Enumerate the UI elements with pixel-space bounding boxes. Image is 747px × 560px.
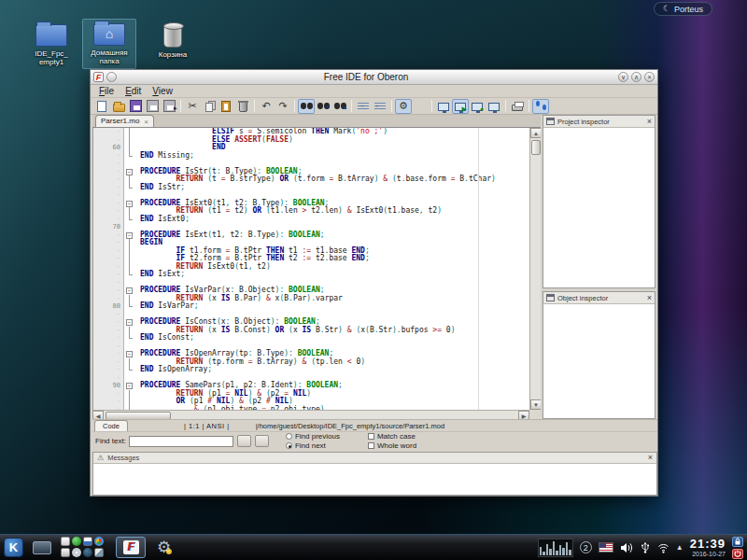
project-inspector-close-icon[interactable]: × — [647, 118, 652, 126]
tab-parser1[interactable]: Parser1.mo × — [95, 115, 154, 127]
indent-button[interactable] — [355, 99, 372, 114]
project-inspector-body[interactable] — [543, 128, 655, 287]
clock-date: 2016-10-27 — [690, 551, 726, 557]
scroll-up-icon[interactable]: ▲ — [530, 128, 541, 138]
undo-button[interactable]: ↶ — [258, 99, 275, 114]
usb-device-icon[interactable] — [640, 541, 651, 553]
find-action-button-2[interactable] — [255, 435, 269, 447]
maximize-button[interactable]: ∧ — [631, 72, 641, 82]
fold-toggle-icon[interactable]: − — [124, 200, 134, 208]
find-previous-radio[interactable] — [286, 433, 292, 440]
tray-expander-icon[interactable]: ▲ — [676, 543, 684, 552]
unindent-button[interactable] — [372, 99, 388, 114]
code-line-80[interactable]: 80END IsVarPar; — [93, 302, 541, 311]
window-menu-button[interactable] — [106, 72, 117, 82]
show-desktop-button[interactable] — [33, 541, 51, 554]
image-launcher-icon[interactable] — [94, 548, 104, 557]
desktop-icon-home-folder[interactable]: ⌂Домашняяпапка — [82, 19, 136, 69]
project-inspector-title: Project inspector — [557, 118, 644, 126]
code-line-76[interactable]: ·END IsExt; — [93, 271, 541, 279]
print-button[interactable] — [509, 99, 526, 114]
whole-word-checkbox[interactable] — [368, 442, 374, 449]
scroll-down-icon[interactable]: ▼ — [530, 399, 541, 410]
run-button[interactable]: ▶ — [452, 99, 469, 114]
save-all-button[interactable] — [161, 99, 177, 114]
documents-launcher-icon[interactable] — [61, 537, 70, 546]
object-inspector-body[interactable] — [543, 304, 655, 418]
wifi-icon[interactable] — [657, 542, 669, 553]
step-into-button[interactable]: ↓ — [486, 99, 502, 114]
minimize-button[interactable]: ∨ — [618, 72, 628, 82]
code-mode-tab[interactable]: Code — [94, 420, 128, 431]
fold-toggle-icon[interactable]: − — [124, 318, 134, 327]
cut-button[interactable]: ✂ — [184, 99, 201, 114]
files-launcher-icon[interactable] — [61, 548, 70, 557]
porteus-widget[interactable]: ☾ Porteus — [654, 2, 712, 16]
new-file-button[interactable] — [93, 99, 110, 114]
paste-button[interactable] — [218, 99, 234, 114]
menu-edit[interactable]: Edit — [120, 85, 146, 97]
fold-toggle-icon[interactable]: − — [124, 287, 134, 295]
options-button[interactable]: ⚙ — [395, 99, 412, 114]
find-label: Find text: — [95, 437, 126, 445]
vertical-scroll-thumb[interactable] — [531, 140, 541, 155]
calendar-launcher-icon[interactable] — [83, 537, 92, 546]
globe-launcher-icon[interactable] — [83, 548, 92, 557]
kde-menu-button[interactable]: K — [4, 538, 23, 557]
redo-button[interactable]: ↷ — [275, 99, 291, 114]
fold-toggle-icon[interactable]: − — [124, 231, 134, 240]
fold-toggle-icon[interactable]: − — [124, 350, 134, 358]
line-number: · — [93, 318, 124, 327]
clock[interactable]: 21:39 2016-10-27 — [690, 538, 726, 557]
footprints-button[interactable] — [532, 99, 549, 114]
save-button[interactable] — [127, 99, 144, 114]
keyboard-layout-flag-icon[interactable] — [599, 542, 613, 553]
cd-launcher-icon[interactable] — [72, 548, 81, 557]
clock-launcher-icon[interactable] — [72, 537, 81, 546]
line-number: · — [93, 152, 124, 161]
tools-button[interactable] — [412, 99, 429, 114]
fold-toggle-icon[interactable]: − — [124, 168, 134, 176]
compile-button[interactable] — [435, 99, 452, 114]
find-next-button[interactable]: ▼ — [315, 99, 331, 114]
find-next-radio[interactable] — [286, 442, 292, 449]
delete-button[interactable] — [234, 99, 251, 114]
find-next-icon: ▼ — [317, 100, 330, 112]
workspace-pager[interactable]: 2 — [580, 541, 592, 553]
match-case-checkbox[interactable] — [368, 433, 374, 440]
step-over-button[interactable]: ● — [469, 99, 486, 114]
settings-launcher-icon[interactable]: ⚙ — [157, 539, 171, 555]
desktop-icon-trash[interactable]: Корзина — [146, 24, 200, 59]
close-button[interactable]: × — [644, 72, 655, 82]
system-monitor-graph[interactable] — [538, 539, 573, 557]
volume-icon[interactable] — [620, 542, 633, 553]
task-free-ide-oberon[interactable]: F — [116, 537, 146, 558]
browser-launcher-icon[interactable] — [94, 537, 104, 546]
power-button[interactable] — [732, 549, 743, 559]
code-editor[interactable]: · ELSIF s = S.semicolon THEN Mark('no ;'… — [92, 128, 541, 410]
open-folder-button[interactable] — [110, 99, 127, 114]
editor-vertical-scrollbar[interactable]: ▲ ▼ — [529, 128, 541, 410]
code-line-65[interactable]: ·END IsStr; — [93, 184, 541, 192]
find-button[interactable] — [298, 99, 315, 114]
save-as-button[interactable] — [144, 99, 161, 114]
code-line-88[interactable]: ·END IsOpenArray; — [93, 366, 541, 374]
find-input[interactable] — [129, 436, 233, 447]
object-inspector-close-icon[interactable]: × — [647, 294, 652, 302]
line-number: · — [93, 334, 124, 343]
menu-view[interactable]: View — [148, 85, 177, 97]
menu-file[interactable]: File — [94, 85, 119, 97]
find-action-button-1[interactable] — [237, 435, 251, 447]
line-number: · — [93, 128, 124, 136]
fold-toggle-icon[interactable]: − — [124, 382, 134, 390]
code-line-84[interactable]: ·END IsConst; — [93, 334, 541, 343]
lock-screen-button[interactable] — [732, 537, 743, 547]
code-line-61[interactable]: ·END Missing; — [93, 152, 541, 161]
code-line-69[interactable]: ·END IsExt0; — [93, 216, 541, 224]
tab-close-icon[interactable]: × — [144, 118, 148, 126]
desktop-icon-ide-fpc-folder[interactable]: IDE_Fpc_empty1 — [24, 24, 78, 66]
copy-button[interactable] — [201, 99, 218, 114]
find-prev-button[interactable]: ▲ — [331, 99, 348, 114]
titlebar[interactable]: F Free IDE for Oberon ∨ ∧ × — [91, 70, 657, 85]
messages-close-icon[interactable]: × — [648, 454, 653, 462]
